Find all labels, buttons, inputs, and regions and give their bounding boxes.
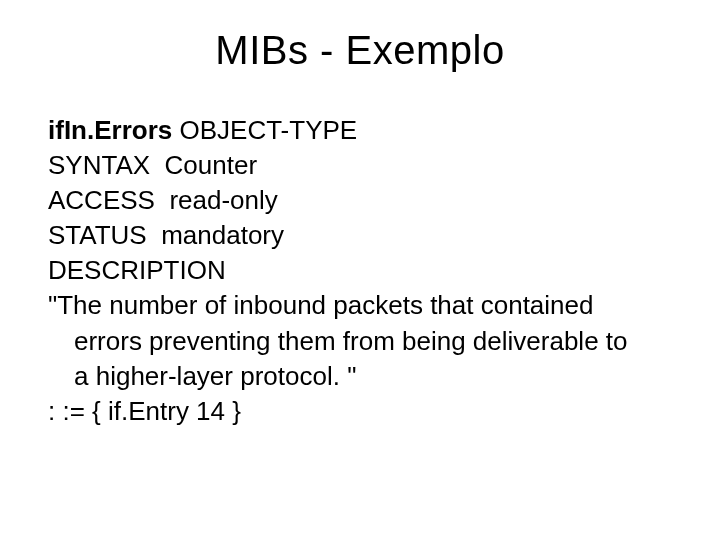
mib-status-label: STATUS xyxy=(48,220,147,250)
mib-description-line3: a higher-layer protocol. " xyxy=(48,359,672,394)
mib-syntax-label: SYNTAX xyxy=(48,150,150,180)
slide-body: ifIn.Errors OBJECT-TYPE SYNTAX Counter A… xyxy=(0,113,720,429)
mib-access-line: ACCESS read-only xyxy=(48,183,672,218)
mib-syntax-value: Counter xyxy=(165,150,258,180)
mib-description-label: DESCRIPTION xyxy=(48,253,672,288)
mib-syntax-line: SYNTAX Counter xyxy=(48,148,672,183)
mib-description-line2: errors preventing them from being delive… xyxy=(48,324,672,359)
mib-access-label: ACCESS xyxy=(48,185,155,215)
mib-status-value: mandatory xyxy=(161,220,284,250)
mib-object-name: ifIn.Errors xyxy=(48,115,172,145)
mib-status-line: STATUS mandatory xyxy=(48,218,672,253)
mib-object-line: ifIn.Errors OBJECT-TYPE xyxy=(48,113,672,148)
slide-title: MIBs - Exemplo xyxy=(0,0,720,113)
mib-access-value: read-only xyxy=(169,185,277,215)
mib-assignment: : := { if.Entry 14 } xyxy=(48,394,672,429)
mib-description-line1: "The number of inbound packets that cont… xyxy=(48,288,672,323)
slide: MIBs - Exemplo ifIn.Errors OBJECT-TYPE S… xyxy=(0,0,720,540)
mib-object-keyword: OBJECT-TYPE xyxy=(179,115,357,145)
